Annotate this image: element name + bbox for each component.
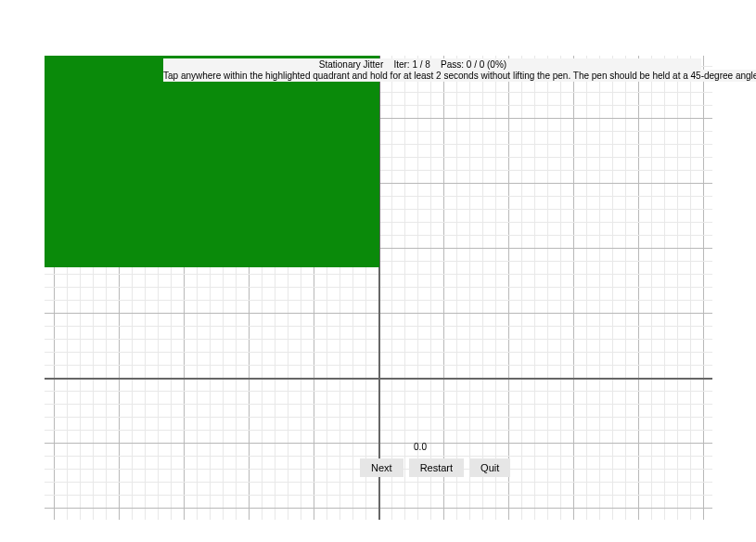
- pass-value: 0 / 0 (0%): [467, 59, 506, 70]
- test-name: Stationary Jitter: [319, 59, 383, 70]
- highlighted-quadrant[interactable]: [45, 56, 379, 267]
- restart-button[interactable]: Restart: [409, 458, 464, 477]
- button-row: Next Restart Quit: [360, 458, 510, 477]
- timer-readout: 0.0: [414, 442, 427, 452]
- instruction-text: Tap anywhere within the highlighted quad…: [163, 70, 756, 82]
- iter-value: 1 / 8: [412, 59, 429, 70]
- iter-label: Iter:: [393, 59, 409, 70]
- pass-label: Pass:: [441, 59, 464, 70]
- quit-button[interactable]: Quit: [469, 458, 510, 477]
- next-button[interactable]: Next: [360, 458, 404, 477]
